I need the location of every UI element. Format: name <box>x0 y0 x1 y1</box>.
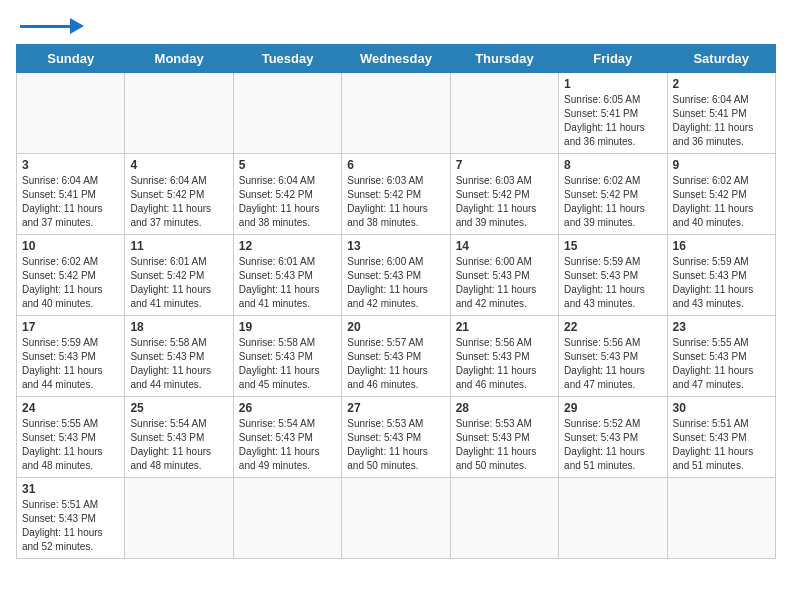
cell-info-text: Sunrise: 5:56 AMSunset: 5:43 PMDaylight:… <box>564 336 661 392</box>
week-row-4: 17Sunrise: 5:59 AMSunset: 5:43 PMDayligh… <box>17 316 776 397</box>
calendar-cell: 14Sunrise: 6:00 AMSunset: 5:43 PMDayligh… <box>450 235 558 316</box>
cell-date-number: 19 <box>239 320 336 334</box>
calendar-cell: 13Sunrise: 6:00 AMSunset: 5:43 PMDayligh… <box>342 235 450 316</box>
cell-info-text: Sunrise: 6:04 AMSunset: 5:42 PMDaylight:… <box>239 174 336 230</box>
calendar-cell: 8Sunrise: 6:02 AMSunset: 5:42 PMDaylight… <box>559 154 667 235</box>
cell-date-number: 18 <box>130 320 227 334</box>
calendar-cell: 3Sunrise: 6:04 AMSunset: 5:41 PMDaylight… <box>17 154 125 235</box>
cell-info-text: Sunrise: 6:00 AMSunset: 5:43 PMDaylight:… <box>347 255 444 311</box>
calendar-cell: 19Sunrise: 5:58 AMSunset: 5:43 PMDayligh… <box>233 316 341 397</box>
cell-date-number: 15 <box>564 239 661 253</box>
cell-info-text: Sunrise: 5:58 AMSunset: 5:43 PMDaylight:… <box>239 336 336 392</box>
day-header-friday: Friday <box>559 45 667 73</box>
calendar-cell: 2Sunrise: 6:04 AMSunset: 5:41 PMDaylight… <box>667 73 775 154</box>
calendar-cell: 30Sunrise: 5:51 AMSunset: 5:43 PMDayligh… <box>667 397 775 478</box>
cell-info-text: Sunrise: 6:03 AMSunset: 5:42 PMDaylight:… <box>347 174 444 230</box>
calendar-cell: 12Sunrise: 6:01 AMSunset: 5:43 PMDayligh… <box>233 235 341 316</box>
calendar-cell: 27Sunrise: 5:53 AMSunset: 5:43 PMDayligh… <box>342 397 450 478</box>
cell-date-number: 26 <box>239 401 336 415</box>
calendar-cell: 25Sunrise: 5:54 AMSunset: 5:43 PMDayligh… <box>125 397 233 478</box>
calendar-cell: 15Sunrise: 5:59 AMSunset: 5:43 PMDayligh… <box>559 235 667 316</box>
cell-date-number: 25 <box>130 401 227 415</box>
day-header-saturday: Saturday <box>667 45 775 73</box>
cell-info-text: Sunrise: 5:52 AMSunset: 5:43 PMDaylight:… <box>564 417 661 473</box>
calendar-cell: 5Sunrise: 6:04 AMSunset: 5:42 PMDaylight… <box>233 154 341 235</box>
calendar-cell <box>342 478 450 559</box>
calendar-table: SundayMondayTuesdayWednesdayThursdayFrid… <box>16 44 776 559</box>
cell-info-text: Sunrise: 6:02 AMSunset: 5:42 PMDaylight:… <box>673 174 770 230</box>
week-row-5: 24Sunrise: 5:55 AMSunset: 5:43 PMDayligh… <box>17 397 776 478</box>
day-header-sunday: Sunday <box>17 45 125 73</box>
calendar-cell: 7Sunrise: 6:03 AMSunset: 5:42 PMDaylight… <box>450 154 558 235</box>
calendar-cell: 9Sunrise: 6:02 AMSunset: 5:42 PMDaylight… <box>667 154 775 235</box>
cell-info-text: Sunrise: 6:03 AMSunset: 5:42 PMDaylight:… <box>456 174 553 230</box>
cell-date-number: 20 <box>347 320 444 334</box>
cell-date-number: 12 <box>239 239 336 253</box>
cell-date-number: 17 <box>22 320 119 334</box>
week-row-6: 31Sunrise: 5:51 AMSunset: 5:43 PMDayligh… <box>17 478 776 559</box>
calendar-cell <box>559 478 667 559</box>
calendar-cell: 28Sunrise: 5:53 AMSunset: 5:43 PMDayligh… <box>450 397 558 478</box>
calendar-cell: 24Sunrise: 5:55 AMSunset: 5:43 PMDayligh… <box>17 397 125 478</box>
logo <box>16 16 84 34</box>
day-header-tuesday: Tuesday <box>233 45 341 73</box>
calendar-cell: 11Sunrise: 6:01 AMSunset: 5:42 PMDayligh… <box>125 235 233 316</box>
day-header-monday: Monday <box>125 45 233 73</box>
cell-info-text: Sunrise: 6:04 AMSunset: 5:41 PMDaylight:… <box>673 93 770 149</box>
calendar-cell <box>450 478 558 559</box>
cell-date-number: 30 <box>673 401 770 415</box>
cell-date-number: 23 <box>673 320 770 334</box>
cell-date-number: 1 <box>564 77 661 91</box>
day-header-wednesday: Wednesday <box>342 45 450 73</box>
cell-info-text: Sunrise: 6:04 AMSunset: 5:42 PMDaylight:… <box>130 174 227 230</box>
cell-date-number: 8 <box>564 158 661 172</box>
cell-date-number: 13 <box>347 239 444 253</box>
cell-info-text: Sunrise: 5:59 AMSunset: 5:43 PMDaylight:… <box>673 255 770 311</box>
calendar-cell: 6Sunrise: 6:03 AMSunset: 5:42 PMDaylight… <box>342 154 450 235</box>
cell-date-number: 10 <box>22 239 119 253</box>
cell-info-text: Sunrise: 6:00 AMSunset: 5:43 PMDaylight:… <box>456 255 553 311</box>
cell-info-text: Sunrise: 6:02 AMSunset: 5:42 PMDaylight:… <box>564 174 661 230</box>
calendar-cell: 4Sunrise: 6:04 AMSunset: 5:42 PMDaylight… <box>125 154 233 235</box>
cell-info-text: Sunrise: 5:54 AMSunset: 5:43 PMDaylight:… <box>130 417 227 473</box>
calendar-cell: 20Sunrise: 5:57 AMSunset: 5:43 PMDayligh… <box>342 316 450 397</box>
cell-info-text: Sunrise: 6:05 AMSunset: 5:41 PMDaylight:… <box>564 93 661 149</box>
cell-date-number: 3 <box>22 158 119 172</box>
calendar-cell: 10Sunrise: 6:02 AMSunset: 5:42 PMDayligh… <box>17 235 125 316</box>
calendar-cell: 18Sunrise: 5:58 AMSunset: 5:43 PMDayligh… <box>125 316 233 397</box>
cell-info-text: Sunrise: 5:55 AMSunset: 5:43 PMDaylight:… <box>22 417 119 473</box>
cell-info-text: Sunrise: 5:53 AMSunset: 5:43 PMDaylight:… <box>347 417 444 473</box>
cell-info-text: Sunrise: 5:55 AMSunset: 5:43 PMDaylight:… <box>673 336 770 392</box>
page-header <box>16 16 776 34</box>
calendar-cell <box>233 478 341 559</box>
calendar-cell: 23Sunrise: 5:55 AMSunset: 5:43 PMDayligh… <box>667 316 775 397</box>
calendar-cell: 22Sunrise: 5:56 AMSunset: 5:43 PMDayligh… <box>559 316 667 397</box>
cell-date-number: 22 <box>564 320 661 334</box>
cell-info-text: Sunrise: 6:01 AMSunset: 5:42 PMDaylight:… <box>130 255 227 311</box>
cell-date-number: 24 <box>22 401 119 415</box>
calendar-cell <box>17 73 125 154</box>
calendar-cell: 1Sunrise: 6:05 AMSunset: 5:41 PMDaylight… <box>559 73 667 154</box>
day-header-row: SundayMondayTuesdayWednesdayThursdayFrid… <box>17 45 776 73</box>
cell-info-text: Sunrise: 5:54 AMSunset: 5:43 PMDaylight:… <box>239 417 336 473</box>
cell-info-text: Sunrise: 5:56 AMSunset: 5:43 PMDaylight:… <box>456 336 553 392</box>
cell-info-text: Sunrise: 6:04 AMSunset: 5:41 PMDaylight:… <box>22 174 119 230</box>
calendar-cell <box>342 73 450 154</box>
calendar-cell: 29Sunrise: 5:52 AMSunset: 5:43 PMDayligh… <box>559 397 667 478</box>
cell-date-number: 7 <box>456 158 553 172</box>
calendar-cell <box>450 73 558 154</box>
day-header-thursday: Thursday <box>450 45 558 73</box>
cell-info-text: Sunrise: 5:51 AMSunset: 5:43 PMDaylight:… <box>673 417 770 473</box>
calendar-cell: 26Sunrise: 5:54 AMSunset: 5:43 PMDayligh… <box>233 397 341 478</box>
cell-info-text: Sunrise: 5:59 AMSunset: 5:43 PMDaylight:… <box>564 255 661 311</box>
week-row-1: 1Sunrise: 6:05 AMSunset: 5:41 PMDaylight… <box>17 73 776 154</box>
cell-date-number: 16 <box>673 239 770 253</box>
calendar-cell: 17Sunrise: 5:59 AMSunset: 5:43 PMDayligh… <box>17 316 125 397</box>
cell-info-text: Sunrise: 6:01 AMSunset: 5:43 PMDaylight:… <box>239 255 336 311</box>
cell-date-number: 21 <box>456 320 553 334</box>
cell-date-number: 27 <box>347 401 444 415</box>
week-row-2: 3Sunrise: 6:04 AMSunset: 5:41 PMDaylight… <box>17 154 776 235</box>
cell-date-number: 28 <box>456 401 553 415</box>
calendar-cell: 21Sunrise: 5:56 AMSunset: 5:43 PMDayligh… <box>450 316 558 397</box>
cell-date-number: 14 <box>456 239 553 253</box>
